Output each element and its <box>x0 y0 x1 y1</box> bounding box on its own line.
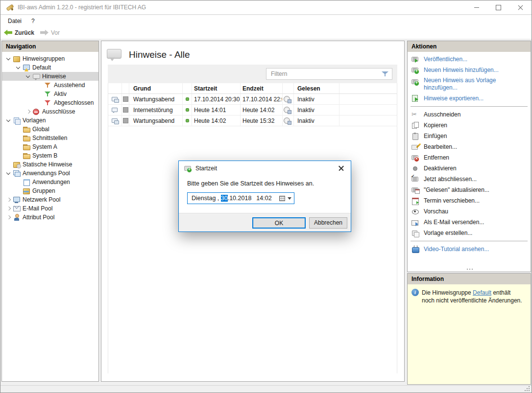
sidebar-item-vorlagen[interactable]: Vorlagen <box>2 116 98 125</box>
close-button[interactable] <box>509 0 532 14</box>
action-video-tutorial[interactable]: Video-Tutorial ansehen... <box>408 244 531 254</box>
action-vorlage-erstellen[interactable]: Vorlage erstellen... <box>408 228 531 238</box>
datetime-picker[interactable]: Dienstag , 30.10.201814:02 <box>187 192 294 204</box>
resize-grip[interactable] <box>525 386 530 392</box>
table-row[interactable]: Wartungsabend Heute 14:02 Heute 15:32 In… <box>108 116 397 126</box>
sidebar-item-global[interactable]: Global <box>2 125 98 134</box>
minimize-button[interactable] <box>465 0 487 14</box>
info-message: Die Hinweisgruppe Default enthält noch n… <box>422 289 525 304</box>
chevron-down-icon[interactable] <box>5 117 13 124</box>
table-row[interactable]: Wartungsabend 17.10.2014 20:30 17.10.201… <box>108 94 397 105</box>
sidebar-item-ausstehend[interactable]: Ausstehend <box>2 81 98 90</box>
back-button[interactable]: Zurück <box>4 29 34 36</box>
forward-button[interactable]: Vor <box>40 29 60 36</box>
sidebar-item-anwendungs-pool[interactable]: Anwendungs Pool <box>2 169 98 178</box>
sidebar-item-aktiv[interactable]: Aktiv <box>2 90 98 98</box>
chevron-down-icon[interactable] <box>24 73 32 80</box>
cell-gelesen: Inaktiv <box>294 94 339 104</box>
maximize-button[interactable] <box>487 0 509 14</box>
action-jetzt-abschliessen[interactable]: Jetzt abschliessen... <box>408 174 531 185</box>
hinweise-bubble-icon <box>106 47 122 62</box>
sidebar-item-attribut-pool[interactable]: Attribut Pool <box>2 213 98 222</box>
table-row[interactable]: Internetstörung Heute 14:01 Heute 14:02 … <box>108 105 397 116</box>
chevron-placeholder <box>15 143 23 150</box>
dialog-close-icon[interactable] <box>336 163 347 173</box>
chevron-down-icon[interactable] <box>5 170 13 177</box>
chevron-right-icon[interactable] <box>5 214 13 221</box>
column-header-grund[interactable]: Grund <box>129 83 183 93</box>
action-vorschau[interactable]: Vorschau <box>408 206 531 217</box>
send-mail-icon <box>411 218 420 226</box>
package-gear-icon <box>13 161 21 168</box>
sidebar-item-statische-hinweise[interactable]: Statische Hinweise <box>2 160 98 169</box>
chevron-right-icon[interactable] <box>5 196 13 203</box>
sidebar-item-abgeschlossen[interactable]: Abgeschlossen <box>2 98 98 107</box>
column-header-startzeit[interactable]: Startzeit <box>192 83 241 93</box>
cell-endzeit: Heute 15:32 <box>241 116 283 126</box>
chevron-right-icon[interactable] <box>5 205 13 212</box>
information-body: i Die Hinweisgruppe Default enthält noch… <box>408 284 531 384</box>
sidebar-item-hinweise[interactable]: Hinweise <box>2 72 98 81</box>
header-icon-col <box>108 83 122 93</box>
cell-gelesen: Inaktiv <box>294 116 339 126</box>
cell-grund: Internetstörung <box>129 105 183 115</box>
sidebar-item-system-b[interactable]: System B <box>2 151 98 160</box>
action-veroeffentlichen[interactable]: Veröffentlichen... <box>408 54 531 65</box>
filter-input[interactable] <box>266 70 381 77</box>
chevron-placeholder <box>15 187 23 194</box>
sidebar-item-system-a[interactable]: System A <box>2 142 98 151</box>
action-einfuegen[interactable]: Einfügen <box>408 131 531 141</box>
picker-dropdown[interactable] <box>279 195 291 202</box>
dialog-titlebar: Startzeit <box>179 161 351 175</box>
cell-endzeit: Heute 14:02 <box>241 105 283 115</box>
action-gelesen-aktualisieren[interactable]: "Gelesen" aktualisieren... <box>408 185 531 195</box>
action-entfernen[interactable]: Entfernen <box>408 152 531 163</box>
action-ausschneiden[interactable]: Ausschneiden <box>408 109 531 120</box>
edit-icon <box>411 143 420 151</box>
action-termin-verschieben[interactable]: Termin verschieben... <box>408 195 531 206</box>
chevron-down-icon[interactable] <box>5 55 13 62</box>
calendar-icon <box>411 197 420 205</box>
deactivate-icon <box>411 164 420 172</box>
action-deaktivieren[interactable]: Deaktivieren <box>408 163 531 174</box>
filter-funnel-icon[interactable] <box>381 70 389 77</box>
sidebar-item-hinweisgruppen[interactable]: Hinweisgruppen <box>2 54 98 63</box>
separator <box>411 241 528 241</box>
action-kopieren[interactable]: Kopieren <box>408 120 531 131</box>
navigation-header: Navigation <box>2 41 98 52</box>
date-selected-segment[interactable]: 30 <box>221 195 228 202</box>
forward-arrow-icon <box>40 30 48 36</box>
header-spacer <box>339 83 397 93</box>
ok-button[interactable]: OK <box>252 217 306 229</box>
default-group-link[interactable]: Default <box>473 289 491 296</box>
info-text-before: Die Hinweisgruppe <box>422 289 473 296</box>
action-hinweis-aus-vorlage[interactable]: Neuen Hinweis aus Vorlage hinzufügen... <box>408 75 531 93</box>
sidebar-item-email-pool[interactable]: E-Mail Pool <box>2 204 98 213</box>
dialog-footer: OK Abbrechen <box>179 213 351 231</box>
sidebar-item-anwendungen[interactable]: Anwendungen <box>2 178 98 186</box>
back-arrow-icon <box>4 30 12 36</box>
sidebar-item-gruppen[interactable]: Gruppen <box>2 186 98 195</box>
package-icon <box>13 55 21 63</box>
action-neuer-hinweis[interactable]: Neuen Hinweis hinzufügen... <box>408 65 531 75</box>
dialog-title: Startzeit <box>195 165 217 172</box>
header-color-col <box>122 83 129 93</box>
chevron-placeholder <box>36 91 44 97</box>
cancel-button[interactable]: Abbrechen <box>309 217 347 229</box>
eye-icon <box>411 208 420 215</box>
complete-icon <box>411 175 420 183</box>
action-als-email-versenden[interactable]: Als E-Mail versenden... <box>408 217 531 228</box>
sidebar-item-ausschluesse[interactable]: Ausschlüsse <box>2 107 98 116</box>
menu-datei[interactable]: Datei <box>3 18 26 24</box>
menu-help[interactable]: ? <box>26 18 40 24</box>
action-hinweise-exportieren[interactable]: Hinweise exportieren... <box>408 93 531 104</box>
sidebar-item-schnittstellen[interactable]: Schnittstellen <box>2 134 98 142</box>
action-bearbeiten[interactable]: Bearbeiten... <box>408 141 531 152</box>
chevron-right-icon[interactable] <box>24 108 32 115</box>
splitter-handle[interactable] <box>408 267 531 271</box>
sidebar-item-default[interactable]: Default <box>2 63 98 72</box>
cell-grund: Wartungsabend <box>129 94 183 104</box>
column-header-gelesen[interactable]: Gelesen <box>294 83 339 93</box>
column-header-endzeit[interactable]: Endzeit <box>241 83 283 93</box>
chevron-down-icon[interactable] <box>15 64 23 71</box>
